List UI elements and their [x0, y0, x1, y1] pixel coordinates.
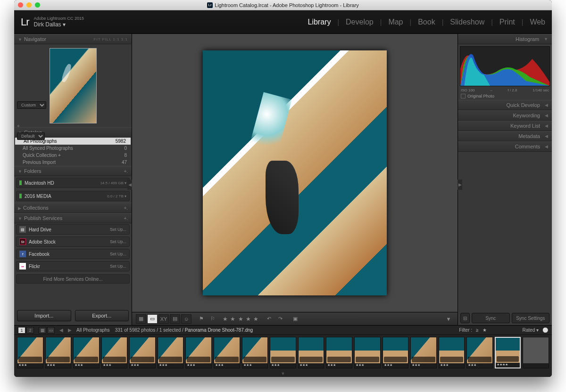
publish-hard-drive[interactable]: ▤ Hard DriveSet Up... [16, 224, 130, 235]
quick-develop-preset[interactable]: Custom [17, 101, 46, 109]
adobe-stock-icon: St [19, 238, 26, 245]
list-item[interactable]: ★★★ [383, 337, 409, 368]
rotate-cw-icon[interactable]: ↷ [275, 314, 285, 324]
sync-button[interactable]: Sync [472, 313, 510, 323]
list-item[interactable]: ★★★ [214, 337, 240, 368]
list-item[interactable] [523, 337, 549, 368]
add-keyword-icon[interactable]: + [17, 123, 20, 129]
filter-preset[interactable]: Rated ▾ [523, 327, 539, 333]
sync-toggle-icon[interactable]: ⊟ [460, 313, 470, 323]
publish-adobe-stock[interactable]: St Adobe StockSet Up... [16, 237, 130, 247]
import-button[interactable]: Import... [17, 310, 71, 321]
slideshow-icon[interactable]: ▣ [290, 314, 300, 324]
list-item[interactable]: ★★★ [354, 337, 381, 368]
module-web[interactable]: Web [530, 18, 545, 26]
quick-develop-header[interactable]: Custom Quick Develop◀ [458, 100, 552, 110]
filmstrip-thumbs[interactable]: ★★★ ★★★ ★★★ ★★★ ★★★ ★★★ ★★★ ★★★ ★★★ ★★★ … [14, 335, 552, 370]
publish-header[interactable]: ▼Publish Services +. [14, 213, 132, 223]
grid-view-icon[interactable]: ▦ [136, 314, 146, 324]
center-view: ◀ ▶ ▦ ▭ XY ▤ ☺ ⚑ ⚐ ★ ★ ★ ★ ★ ↶ [132, 34, 458, 325]
module-develop[interactable]: Develop [346, 18, 374, 26]
original-photo-checkbox[interactable]: Original Photo [458, 92, 552, 100]
metadata-header[interactable]: Default Metadata◀ [458, 131, 552, 141]
loupe-view[interactable] [132, 34, 458, 312]
catalog-quick-collection[interactable]: Quick Collection +8 [14, 152, 132, 159]
module-book[interactable]: Book [418, 18, 435, 26]
folder-volume-1[interactable]: Macintosh HD 14.5 / 499 GB ▾ [16, 178, 130, 188]
survey-view-icon[interactable]: ▤ [170, 314, 180, 324]
view-shortcuts[interactable]: ▦▭ [39, 327, 55, 334]
module-slideshow[interactable]: Slideshow [450, 18, 484, 26]
catalog-synced[interactable]: All Synced Photographs0 [14, 145, 132, 152]
histogram[interactable] [460, 46, 550, 86]
collapse-filmstrip-icon[interactable]: ▼ [14, 370, 552, 377]
folders-header[interactable]: ▼Folders +. [14, 166, 132, 176]
flickr-icon: •• [19, 263, 26, 270]
list-item[interactable]: ★★★ [101, 337, 128, 368]
toolbar-menu-icon[interactable]: ▼ [443, 314, 454, 324]
module-map[interactable]: Map [388, 18, 403, 26]
list-item[interactable]: ★★★ [270, 337, 296, 368]
list-item[interactable]: ★★★ [129, 337, 156, 368]
filmstrip: 12 ▦▭ ◀ ▶ All Photographs 331 of 5982 ph… [14, 325, 552, 377]
publish-facebook[interactable]: f FacebookSet Up... [16, 249, 130, 259]
collections-header[interactable]: ▶Collections +. [14, 203, 132, 213]
window-title: Lr Lightroom Catalog.lrcat - Adobe Photo… [14, 2, 552, 8]
collapse-right-icon[interactable]: ▶ [458, 180, 462, 190]
nav-forward-icon[interactable]: ▶ [68, 327, 72, 333]
navigator-preview[interactable] [50, 48, 97, 123]
navigator-zoom-options[interactable]: FIT FILL 1:1 3:1 [94, 37, 128, 41]
filter-lock-icon[interactable]: ⚪ [542, 327, 548, 333]
histogram-exif: ISO 100 – f / 2.8 1/140 sec [458, 88, 552, 92]
secondary-display[interactable]: 12 [18, 327, 34, 334]
folder-volume-2[interactable]: 2016 MEDIA 0.0 / 2 TB ▾ [16, 191, 130, 201]
list-item[interactable]: ★★★ [466, 337, 493, 368]
facebook-icon: f [19, 251, 26, 257]
navigator-header[interactable]: ▼Navigator FIT FILL 1:1 3:1 [14, 34, 132, 44]
list-item[interactable]: ★★★ [185, 337, 212, 368]
chevron-down-icon[interactable]: ▾ [125, 181, 126, 185]
rotate-ccw-icon[interactable]: ↶ [264, 314, 274, 324]
export-button[interactable]: Export... [75, 310, 129, 321]
list-item[interactable]: ★★★ [45, 337, 72, 368]
catalog-previous-import[interactable]: Previous Import47 [14, 159, 132, 166]
flag-reject-icon[interactable]: ⚐ [208, 314, 218, 324]
view-mode-group: ▦ ▭ XY ▤ ☺ [136, 314, 191, 324]
toolbar: ▦ ▭ XY ▤ ☺ ⚑ ⚐ ★ ★ ★ ★ ★ ↶ ↷ ▣ ▼ [132, 312, 458, 325]
add-collection-icon[interactable]: +. [124, 205, 128, 211]
module-print[interactable]: Print [499, 18, 515, 26]
filmstrip-bar: 12 ▦▭ ◀ ▶ All Photographs 331 of 5982 ph… [14, 326, 552, 335]
list-item[interactable]: ★★★★ [495, 337, 521, 368]
list-item[interactable]: ★★★ [326, 337, 352, 368]
loupe-view-icon[interactable]: ▭ [147, 314, 158, 324]
list-item[interactable]: ★★★ [410, 337, 437, 368]
add-folder-icon[interactable]: +. [124, 169, 128, 174]
comments-header[interactable]: Comments◀ [458, 141, 552, 152]
sync-settings-button[interactable]: Sync Settings [512, 313, 550, 323]
rating-stars[interactable]: ★ ★ ★ ★ ★ [223, 316, 259, 322]
flag-pick-icon[interactable]: ⚑ [196, 314, 207, 324]
filter-op[interactable]: ≥ [476, 327, 479, 333]
list-item[interactable]: ★★★ [73, 337, 100, 368]
find-more-services[interactable]: Find More Services Online... [16, 274, 130, 284]
collapse-left-icon[interactable]: ◀ [127, 180, 132, 190]
module-library[interactable]: Library [308, 18, 331, 26]
filter-star[interactable]: ★ [483, 327, 487, 333]
list-item[interactable]: ★★★ [158, 337, 184, 368]
chevron-down-icon[interactable]: ▾ [125, 194, 126, 198]
keywording-header[interactable]: Keywording◀ [458, 110, 552, 121]
add-publish-icon[interactable]: +. [124, 216, 128, 221]
publish-flickr[interactable]: •• FlickrSet Up... [16, 261, 130, 271]
people-view-icon[interactable]: ☺ [181, 314, 191, 324]
user-menu[interactable]: Dirk Dallas ▾ [34, 21, 84, 28]
keyword-list-header[interactable]: + Keyword List◀ [458, 121, 552, 131]
metadata-preset[interactable]: Default [17, 132, 45, 140]
list-item[interactable]: ★★★ [17, 337, 43, 368]
list-item[interactable]: ★★★ [439, 337, 465, 368]
list-item[interactable]: ★★★ [298, 337, 325, 368]
filmstrip-path[interactable]: All Photographs 331 of 5982 photos / 1 s… [76, 327, 253, 333]
compare-view-icon[interactable]: XY [158, 314, 169, 324]
nav-back-icon[interactable]: ◀ [59, 327, 63, 333]
histogram-header[interactable]: Histogram▼ [458, 34, 552, 44]
list-item[interactable]: ★★★ [242, 337, 268, 368]
